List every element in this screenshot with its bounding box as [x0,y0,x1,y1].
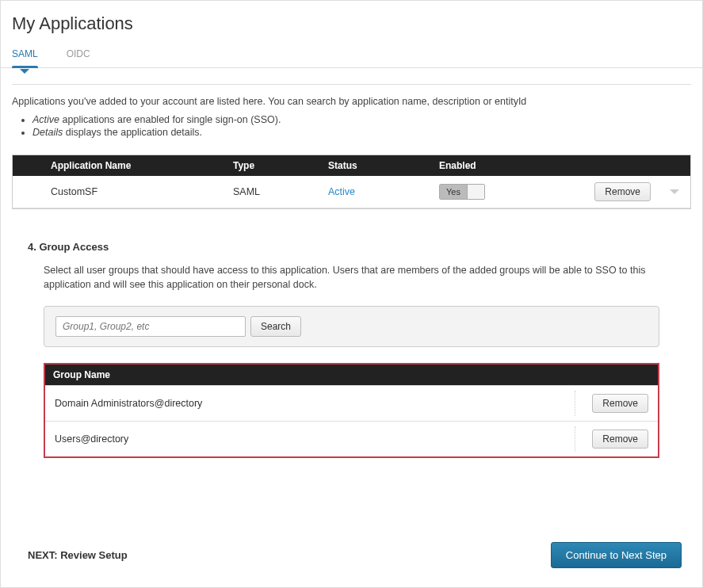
table-row[interactable]: CustomSF SAML Active Yes Remove [13,176,690,208]
col-divider [575,426,575,452]
col-divider [575,391,575,416]
remove-group-button[interactable]: Remove [592,394,648,413]
th-app-name: Application Name [43,160,233,171]
page-title: My Applications [1,1,702,44]
table-header: Application Name Type Status Enabled [13,155,690,176]
chevron-down-icon[interactable] [670,189,679,194]
th-status: Status [328,160,439,171]
intro-bullet-details: Details displays the application details… [32,126,691,139]
groups-header: Group Name [45,365,658,385]
remove-group-button[interactable]: Remove [592,430,648,449]
toggle-knob [467,185,484,199]
group-name: Users@directory [55,433,128,445]
footer: NEXT: Review Setup Continue to Next Step [28,542,682,568]
intro-bullet-active: Active applications are enabled for sing… [32,113,691,126]
cell-status[interactable]: Active [328,186,355,197]
th-type: Type [233,160,328,171]
intro-line: Applications you've added to your accoun… [12,96,691,107]
groups-table: Group Name Domain Administrators@directo… [44,363,659,458]
group-access-section: 4. Group Access Select all user groups t… [1,209,702,458]
next-step-label: NEXT: Review Setup [28,549,128,561]
group-name: Domain Administrators@directory [55,398,202,409]
remove-app-button[interactable]: Remove [594,182,651,201]
tab-saml[interactable]: SAML [12,44,38,67]
search-button[interactable]: Search [250,316,301,337]
search-container: Search [44,306,659,347]
group-search-input[interactable] [55,316,246,337]
toggle-yes: Yes [440,185,467,199]
tab-oidc[interactable]: OIDC [67,44,90,67]
applications-table: Application Name Type Status Enabled Cus… [12,155,691,209]
tab-bar: SAML OIDC [1,44,702,68]
list-item: Users@directory Remove [45,421,658,456]
intro-text: Applications you've added to your accoun… [1,96,702,142]
intro-em-active: Active [32,114,59,125]
divider [12,84,691,85]
continue-button[interactable]: Continue to Next Step [551,542,682,568]
cell-type: SAML [233,186,328,197]
cell-app-name: CustomSF [43,186,233,197]
list-item: Domain Administrators@directory Remove [45,385,658,421]
intro-rest-active: applications are enabled for single sign… [59,114,281,125]
section-title: 4. Group Access [28,241,675,253]
intro-em-details: Details [32,127,63,138]
th-enabled: Enabled [439,160,558,171]
section-desc: Select all user groups that should have … [28,264,675,306]
intro-rest-details: displays the application details. [63,127,202,138]
enabled-toggle[interactable]: Yes [439,184,485,200]
